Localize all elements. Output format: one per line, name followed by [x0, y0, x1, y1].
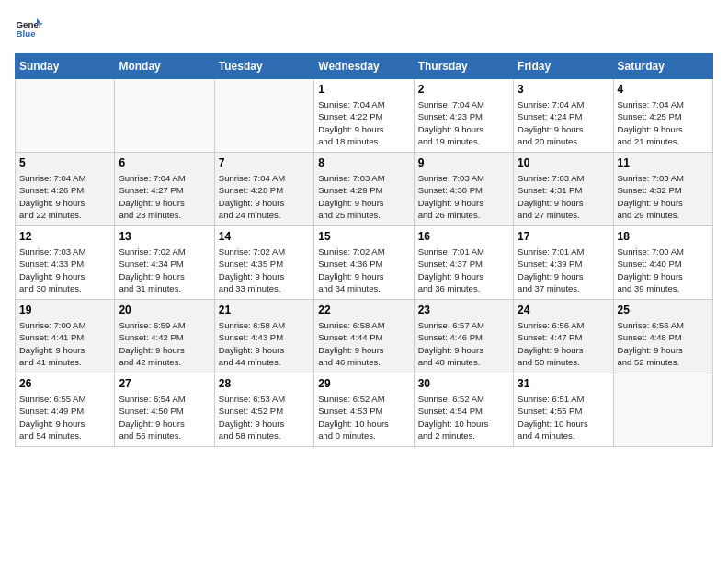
- day-info: Sunrise: 7:04 AM Sunset: 4:25 PM Dayligh…: [618, 98, 709, 147]
- calendar-header-row: SundayMondayTuesdayWednesdayThursdayFrid…: [16, 54, 713, 79]
- day-info: Sunrise: 6:58 AM Sunset: 4:44 PM Dayligh…: [318, 319, 409, 368]
- calendar-day-cell: 30Sunrise: 6:52 AM Sunset: 4:54 PM Dayli…: [414, 373, 513, 447]
- day-number: 8: [318, 156, 409, 169]
- calendar-day-cell: 22Sunrise: 6:58 AM Sunset: 4:44 PM Dayli…: [314, 300, 414, 373]
- calendar-day-cell: 4Sunrise: 7:04 AM Sunset: 4:25 PM Daylig…: [613, 79, 712, 153]
- day-info: Sunrise: 7:04 AM Sunset: 4:23 PM Dayligh…: [418, 98, 509, 147]
- day-of-week-header: Monday: [115, 54, 214, 79]
- calendar-day-cell: 21Sunrise: 6:58 AM Sunset: 4:43 PM Dayli…: [214, 300, 313, 373]
- day-info: Sunrise: 6:58 AM Sunset: 4:43 PM Dayligh…: [219, 319, 310, 368]
- calendar-day-cell: 14Sunrise: 7:02 AM Sunset: 4:35 PM Dayli…: [214, 226, 313, 300]
- calendar-day-cell: 3Sunrise: 7:04 AM Sunset: 4:24 PM Daylig…: [514, 79, 613, 153]
- day-number: 5: [19, 156, 110, 169]
- day-number: 21: [219, 304, 310, 316]
- calendar-day-cell: 24Sunrise: 6:56 AM Sunset: 4:47 PM Dayli…: [514, 300, 613, 373]
- day-of-week-header: Tuesday: [214, 54, 313, 79]
- calendar-day-cell: 1Sunrise: 7:04 AM Sunset: 4:22 PM Daylig…: [314, 79, 414, 153]
- svg-text:Blue: Blue: [17, 29, 37, 39]
- calendar-day-cell: 8Sunrise: 7:03 AM Sunset: 4:29 PM Daylig…: [314, 153, 414, 226]
- day-number: 3: [518, 83, 609, 96]
- day-info: Sunrise: 7:04 AM Sunset: 4:27 PM Dayligh…: [119, 172, 210, 221]
- day-number: 15: [318, 230, 409, 243]
- calendar-week-row: 1Sunrise: 7:04 AM Sunset: 4:22 PM Daylig…: [16, 79, 713, 153]
- calendar-day-cell: [16, 79, 115, 153]
- day-info: Sunrise: 7:04 AM Sunset: 4:28 PM Dayligh…: [219, 172, 310, 221]
- calendar-week-row: 19Sunrise: 7:00 AM Sunset: 4:41 PM Dayli…: [16, 300, 713, 373]
- calendar-day-cell: 28Sunrise: 6:53 AM Sunset: 4:52 PM Dayli…: [214, 373, 313, 447]
- day-info: Sunrise: 6:54 AM Sunset: 4:50 PM Dayligh…: [119, 393, 210, 442]
- day-info: Sunrise: 7:03 AM Sunset: 4:31 PM Dayligh…: [518, 172, 609, 221]
- page-header: General Blue: [15, 15, 713, 42]
- day-number: 22: [318, 304, 409, 316]
- day-number: 25: [618, 304, 709, 316]
- day-info: Sunrise: 6:56 AM Sunset: 4:47 PM Dayligh…: [518, 319, 609, 368]
- day-info: Sunrise: 7:00 AM Sunset: 4:40 PM Dayligh…: [618, 246, 709, 294]
- calendar-week-row: 26Sunrise: 6:55 AM Sunset: 4:49 PM Dayli…: [16, 373, 713, 447]
- calendar-day-cell: 10Sunrise: 7:03 AM Sunset: 4:31 PM Dayli…: [514, 153, 613, 226]
- day-number: 29: [318, 377, 409, 390]
- calendar-table: SundayMondayTuesdayWednesdayThursdayFrid…: [15, 53, 713, 447]
- day-number: 23: [418, 304, 509, 316]
- logo: General Blue: [15, 15, 42, 42]
- day-info: Sunrise: 7:01 AM Sunset: 4:39 PM Dayligh…: [518, 246, 609, 294]
- calendar-day-cell: 29Sunrise: 6:52 AM Sunset: 4:53 PM Dayli…: [314, 373, 414, 447]
- calendar-day-cell: 12Sunrise: 7:03 AM Sunset: 4:33 PM Dayli…: [16, 226, 115, 300]
- day-of-week-header: Wednesday: [314, 54, 414, 79]
- day-number: 4: [618, 83, 709, 96]
- calendar-day-cell: 23Sunrise: 6:57 AM Sunset: 4:46 PM Dayli…: [414, 300, 513, 373]
- day-info: Sunrise: 6:56 AM Sunset: 4:48 PM Dayligh…: [618, 319, 709, 368]
- day-info: Sunrise: 6:55 AM Sunset: 4:49 PM Dayligh…: [19, 393, 110, 442]
- day-info: Sunrise: 7:02 AM Sunset: 4:34 PM Dayligh…: [119, 246, 210, 294]
- logo-icon: General Blue: [15, 15, 42, 42]
- day-number: 26: [19, 377, 110, 390]
- day-info: Sunrise: 6:59 AM Sunset: 4:42 PM Dayligh…: [119, 319, 210, 368]
- day-info: Sunrise: 6:53 AM Sunset: 4:52 PM Dayligh…: [219, 393, 310, 442]
- calendar-day-cell: 19Sunrise: 7:00 AM Sunset: 4:41 PM Dayli…: [16, 300, 115, 373]
- day-number: 24: [518, 304, 609, 316]
- calendar-day-cell: 25Sunrise: 6:56 AM Sunset: 4:48 PM Dayli…: [613, 300, 712, 373]
- day-info: Sunrise: 6:52 AM Sunset: 4:53 PM Dayligh…: [318, 393, 409, 442]
- calendar-day-cell: 13Sunrise: 7:02 AM Sunset: 4:34 PM Dayli…: [115, 226, 214, 300]
- calendar-day-cell: 5Sunrise: 7:04 AM Sunset: 4:26 PM Daylig…: [16, 153, 115, 226]
- calendar-day-cell: 17Sunrise: 7:01 AM Sunset: 4:39 PM Dayli…: [514, 226, 613, 300]
- day-number: 2: [418, 83, 509, 96]
- calendar-day-cell: 2Sunrise: 7:04 AM Sunset: 4:23 PM Daylig…: [414, 79, 513, 153]
- day-number: 9: [418, 156, 509, 169]
- day-number: 16: [418, 230, 509, 243]
- calendar-day-cell: 31Sunrise: 6:51 AM Sunset: 4:55 PM Dayli…: [514, 373, 613, 447]
- calendar-day-cell: [115, 79, 214, 153]
- day-number: 1: [318, 83, 409, 96]
- day-info: Sunrise: 6:57 AM Sunset: 4:46 PM Dayligh…: [418, 319, 509, 368]
- day-number: 20: [119, 304, 210, 316]
- day-of-week-header: Thursday: [414, 54, 513, 79]
- calendar-day-cell: 7Sunrise: 7:04 AM Sunset: 4:28 PM Daylig…: [214, 153, 313, 226]
- calendar-day-cell: 6Sunrise: 7:04 AM Sunset: 4:27 PM Daylig…: [115, 153, 214, 226]
- day-number: 13: [119, 230, 210, 243]
- day-number: 6: [119, 156, 210, 169]
- day-number: 30: [418, 377, 509, 390]
- calendar-day-cell: 11Sunrise: 7:03 AM Sunset: 4:32 PM Dayli…: [613, 153, 712, 226]
- day-number: 19: [19, 304, 110, 316]
- day-info: Sunrise: 7:03 AM Sunset: 4:33 PM Dayligh…: [19, 246, 110, 294]
- day-info: Sunrise: 7:03 AM Sunset: 4:32 PM Dayligh…: [618, 172, 709, 221]
- day-info: Sunrise: 7:02 AM Sunset: 4:35 PM Dayligh…: [219, 246, 310, 294]
- calendar-day-cell: [214, 79, 313, 153]
- day-info: Sunrise: 7:03 AM Sunset: 4:30 PM Dayligh…: [418, 172, 509, 221]
- day-number: 18: [618, 230, 709, 243]
- day-info: Sunrise: 7:03 AM Sunset: 4:29 PM Dayligh…: [318, 172, 409, 221]
- calendar-day-cell: 9Sunrise: 7:03 AM Sunset: 4:30 PM Daylig…: [414, 153, 513, 226]
- day-info: Sunrise: 7:00 AM Sunset: 4:41 PM Dayligh…: [19, 319, 110, 368]
- day-number: 14: [219, 230, 310, 243]
- day-number: 27: [119, 377, 210, 390]
- day-number: 12: [19, 230, 110, 243]
- calendar-week-row: 12Sunrise: 7:03 AM Sunset: 4:33 PM Dayli…: [16, 226, 713, 300]
- day-info: Sunrise: 7:04 AM Sunset: 4:26 PM Dayligh…: [19, 172, 110, 221]
- day-number: 28: [219, 377, 310, 390]
- day-number: 11: [618, 156, 709, 169]
- calendar-day-cell: 15Sunrise: 7:02 AM Sunset: 4:36 PM Dayli…: [314, 226, 414, 300]
- day-info: Sunrise: 7:04 AM Sunset: 4:22 PM Dayligh…: [318, 98, 409, 147]
- day-of-week-header: Sunday: [16, 54, 115, 79]
- calendar-day-cell: [613, 373, 712, 447]
- calendar-day-cell: 18Sunrise: 7:00 AM Sunset: 4:40 PM Dayli…: [613, 226, 712, 300]
- day-number: 10: [518, 156, 609, 169]
